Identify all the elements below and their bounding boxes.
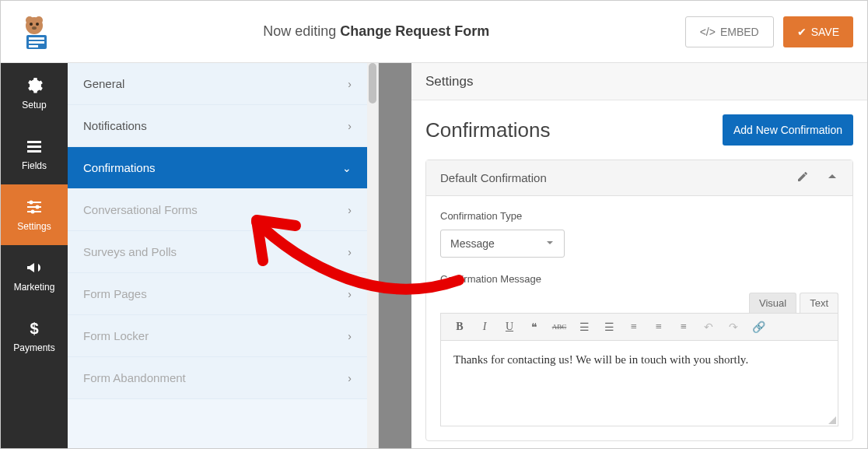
bold-button[interactable]: B [450, 317, 469, 336]
subnav-conversational[interactable]: Conversational Forms › [68, 189, 367, 231]
embed-button[interactable]: </> EMBED [685, 16, 774, 47]
subnav-abandonment-label: Form Abandonment [83, 371, 186, 384]
subnav-abandonment[interactable]: Form Abandonment › [68, 357, 367, 399]
chevron-right-icon: › [348, 330, 352, 342]
chevron-right-icon: › [348, 372, 352, 384]
subnav-scrollbar[interactable] [367, 63, 378, 449]
link-button[interactable]: 🔗 [749, 317, 768, 336]
numbered-list-button[interactable]: ☰ [600, 317, 618, 336]
list-icon [25, 137, 44, 156]
bullhorn-icon [25, 258, 44, 277]
svg-text:$: $ [30, 320, 38, 337]
chevron-down-icon [545, 237, 555, 250]
panel-head: Default Confirmation [426, 160, 852, 196]
chevron-right-icon: › [348, 120, 352, 132]
svg-point-5 [32, 26, 37, 30]
align-left-button[interactable]: ≡ [625, 317, 643, 336]
italic-button[interactable]: I [475, 317, 494, 336]
panel-body: Confirmation Type Message Confirmation M… [426, 196, 852, 440]
chevron-right-icon: › [348, 246, 352, 258]
top-bar: Now editing Change Request Form </> EMBE… [1, 1, 867, 63]
editor-text: Thanks for contacting us! We will be in … [453, 353, 748, 366]
type-label: Confirmation Type [440, 210, 838, 222]
undo-button[interactable]: ↶ [699, 317, 718, 336]
nav-marketing-label: Marketing [14, 282, 55, 293]
nav-settings-label: Settings [17, 221, 51, 232]
select-value: Message [450, 237, 495, 250]
subnav-general-label: General [83, 77, 124, 90]
subnav-formpages[interactable]: Form Pages › [68, 273, 367, 315]
svg-rect-8 [29, 41, 44, 44]
subnav-general[interactable]: General › [68, 63, 367, 105]
content-header: Settings [411, 63, 867, 100]
subnav-confirmations-label: Confirmations [83, 161, 156, 174]
subnav-conversational-label: Conversational Forms [83, 203, 198, 216]
subnav-notifications[interactable]: Notifications › [68, 105, 367, 147]
editor-textarea[interactable]: Thanks for contacting us! We will be in … [440, 341, 838, 426]
nav-settings[interactable]: Settings [1, 184, 68, 245]
nav-setup[interactable]: Setup [1, 63, 68, 124]
chevron-right-icon: › [348, 204, 352, 216]
edit-icon[interactable] [796, 170, 809, 185]
add-confirmation-button[interactable]: Add New Confirmation [723, 114, 853, 146]
dollar-icon: $ [25, 319, 44, 338]
svg-point-14 [30, 201, 33, 205]
nav-fields-label: Fields [22, 160, 47, 171]
svg-rect-7 [29, 37, 44, 40]
editing-title: Now editing Change Request Form [68, 23, 685, 40]
svg-rect-11 [27, 146, 41, 148]
app-logo [1, 13, 68, 51]
align-center-button[interactable]: ≡ [649, 317, 668, 336]
chevron-right-icon: › [348, 288, 352, 300]
left-nav: Setup Fields Settings Marketing $ Paymen… [1, 63, 68, 449]
nav-payments[interactable]: $ Payments [1, 306, 68, 367]
nav-setup-label: Setup [22, 100, 46, 110]
section-head: Confirmations Add New Confirmation [425, 114, 853, 146]
code-icon: </> [700, 26, 716, 38]
form-name: Change Request Form [340, 23, 489, 39]
editor-tabs: Visual Text [440, 293, 838, 313]
subnav-confirmations[interactable]: Confirmations ⌄ [68, 147, 367, 189]
content-body: Confirmations Add New Confirmation Defau… [411, 100, 867, 449]
resize-grip[interactable] [828, 416, 836, 424]
quote-button[interactable]: ❝ [525, 317, 544, 336]
settings-subnav: General › Notifications › Confirmations … [68, 63, 379, 449]
subnav-surveys[interactable]: Surveys and Polls › [68, 231, 367, 273]
gear-icon [25, 76, 44, 95]
underline-button[interactable]: U [500, 317, 519, 336]
subnav-formlocker[interactable]: Form Locker › [68, 315, 367, 357]
content-header-label: Settings [425, 74, 473, 89]
tab-visual[interactable]: Visual [749, 293, 796, 313]
svg-point-3 [30, 23, 33, 26]
bullet-list-button[interactable]: ☰ [575, 317, 593, 336]
save-button[interactable]: ✔ SAVE [783, 16, 853, 47]
section-title: Confirmations [425, 118, 550, 142]
chevron-right-icon: › [348, 78, 352, 90]
nav-marketing[interactable]: Marketing [1, 245, 68, 306]
content-area: Settings Confirmations Add New Confirmat… [411, 63, 867, 449]
svg-point-2 [35, 16, 43, 24]
svg-point-1 [26, 16, 33, 24]
svg-point-16 [36, 205, 40, 209]
confirmation-panel: Default Confirmation Confirmation Type M… [425, 160, 853, 441]
tab-text[interactable]: Text [800, 293, 838, 313]
svg-point-4 [36, 23, 39, 26]
save-label: SAVE [811, 26, 839, 38]
confirmation-type-select[interactable]: Message [440, 230, 565, 258]
editing-prefix: Now editing [263, 23, 336, 39]
align-right-button[interactable]: ≡ [674, 317, 693, 336]
sliders-icon [25, 198, 44, 216]
subnav-formpages-label: Form Pages [83, 287, 147, 300]
panel-title: Default Confirmation [440, 171, 547, 184]
main-layout: Setup Fields Settings Marketing $ Paymen… [1, 63, 867, 449]
subnav-surveys-label: Surveys and Polls [83, 245, 177, 258]
strikethrough-button[interactable]: ABC [550, 317, 569, 336]
nav-fields[interactable]: Fields [1, 124, 68, 184]
divider-strip [379, 63, 411, 449]
nav-payments-label: Payments [13, 342, 54, 353]
svg-point-18 [31, 210, 35, 214]
top-buttons: </> EMBED ✔ SAVE [685, 16, 853, 47]
redo-button[interactable]: ↷ [724, 317, 743, 336]
svg-rect-12 [27, 150, 41, 153]
chevron-up-icon[interactable] [826, 170, 838, 185]
